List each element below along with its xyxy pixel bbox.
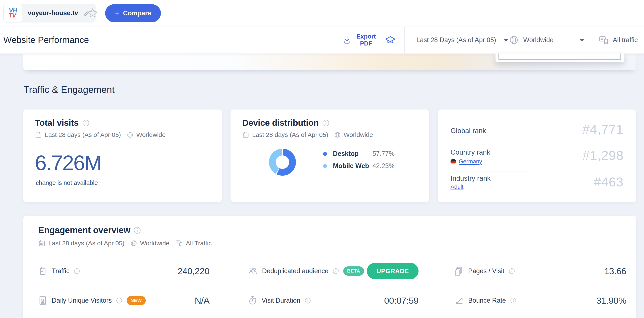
beta-badge: BETA bbox=[343, 266, 364, 276]
pages-per-visit-label: Pages / Visit bbox=[468, 267, 504, 275]
site-favicon: VH TV bbox=[3, 4, 22, 23]
metric-bounce-rate: Bounce Rate 31.90% bbox=[454, 286, 626, 315]
globe-icon bbox=[127, 132, 133, 138]
info-icon[interactable] bbox=[74, 268, 80, 274]
page-title: Website Performance bbox=[3, 27, 89, 54]
plus-icon: + bbox=[115, 10, 119, 17]
mobile-dot bbox=[323, 164, 327, 168]
total-visits-title: Total visits bbox=[35, 118, 79, 128]
divider bbox=[450, 145, 529, 145]
date-range-value: Last 28 Days (As of Apr 05) bbox=[416, 36, 496, 44]
engagement-date: Last 28 days (As of Apr 05) bbox=[48, 240, 124, 247]
mobile-value: 42.23% bbox=[372, 162, 394, 170]
daily-unique-visitors-value: N/A bbox=[195, 295, 210, 306]
info-icon[interactable] bbox=[133, 226, 141, 234]
top-bar: VH TV voyeur-house.tv + Compare bbox=[0, 0, 644, 27]
globe-icon bbox=[130, 240, 137, 247]
academy-cap-icon[interactable] bbox=[385, 35, 396, 46]
metric-traffic: Traffic 240,220 bbox=[38, 256, 210, 286]
site-domain: voyeur-house.tv bbox=[28, 9, 78, 17]
traffic-icon bbox=[38, 266, 48, 276]
geo-value: Worldwide bbox=[523, 36, 554, 44]
upgrade-button[interactable]: UPGRADE bbox=[367, 263, 418, 279]
stopwatch-icon bbox=[248, 296, 258, 305]
country-rank-value: #1,298 bbox=[582, 148, 624, 163]
traffic-label: Traffic bbox=[52, 267, 70, 275]
favorite-star-icon[interactable] bbox=[87, 8, 98, 19]
visit-duration-value: 00:07:59 bbox=[384, 295, 418, 306]
country-link[interactable]: Germany bbox=[459, 158, 482, 165]
metric-deduplicated-audience: Deduplicated audience BETA UPGRADE bbox=[248, 256, 418, 286]
unique-visitors-icon bbox=[38, 296, 48, 305]
metric-visit-duration: Visit Duration 00:07:59 bbox=[248, 286, 418, 315]
device-legend: Desktop 57.77% Mobile Web 42.23% bbox=[323, 150, 394, 170]
industry-rank-value: #463 bbox=[594, 174, 624, 189]
geo-dropdown[interactable]: Worldwide bbox=[501, 27, 592, 54]
engagement-overview-panel: Engagement overview Last 28 days (As of … bbox=[23, 216, 636, 318]
info-icon[interactable] bbox=[322, 119, 330, 127]
global-rank-label: Global rank bbox=[450, 127, 486, 135]
audience-icon bbox=[248, 266, 258, 276]
dropdown-search-input[interactable] bbox=[498, 54, 621, 60]
deduplicated-audience-label: Deduplicated audience bbox=[262, 267, 328, 275]
info-icon[interactable] bbox=[82, 119, 90, 127]
total-visits-note: change is not available bbox=[36, 180, 98, 186]
compare-label: Compare bbox=[123, 10, 151, 17]
calendar-icon bbox=[242, 131, 249, 138]
mobile-label: Mobile Web bbox=[333, 162, 370, 170]
info-icon[interactable] bbox=[508, 268, 515, 274]
engagement-traffic: All Traffic bbox=[186, 240, 212, 247]
country-rank-label: Country rank bbox=[450, 148, 490, 156]
desktop-value: 57.77% bbox=[372, 150, 394, 157]
export-pdf-button[interactable]: Export PDF bbox=[343, 33, 378, 47]
germany-flag-icon bbox=[450, 159, 456, 165]
page-header: Website Performance Export PDF bbox=[0, 27, 644, 54]
pages-per-visit-value: 13.66 bbox=[604, 266, 626, 276]
industry-link-row: Adult bbox=[450, 184, 464, 190]
info-icon[interactable] bbox=[332, 268, 339, 274]
device-donut bbox=[269, 149, 296, 176]
device-distribution-card: Device distribution Last 28 days (As of … bbox=[230, 109, 429, 202]
daily-unique-visitors-label: Daily Unique Visitors bbox=[52, 297, 112, 304]
header-controls: Export PDF Last 28 Days (As of Apr 05) bbox=[337, 27, 644, 54]
device-distribution-date: Last 28 days (As of Apr 05) bbox=[252, 131, 328, 138]
traffic-value: 240,220 bbox=[178, 266, 210, 276]
divider bbox=[450, 171, 529, 172]
bounce-rate-value: 31.90% bbox=[596, 295, 626, 306]
site-selector-pill[interactable]: VH TV voyeur-house.tv bbox=[3, 4, 96, 23]
device-distribution-geo: Worldwide bbox=[344, 131, 373, 138]
globe-icon bbox=[509, 35, 519, 45]
donut-hole bbox=[276, 155, 289, 169]
compare-button[interactable]: + Compare bbox=[105, 4, 161, 22]
total-visits-value: 6.726M bbox=[35, 151, 101, 175]
export-pdf-label: Export PDF bbox=[354, 33, 378, 47]
desktop-label: Desktop bbox=[333, 150, 370, 157]
rank-card: Global rank #4,771 Country rank Germany … bbox=[438, 109, 636, 202]
devices-icon bbox=[175, 239, 183, 247]
info-icon[interactable] bbox=[304, 297, 311, 304]
bounce-rate-icon bbox=[454, 296, 464, 305]
devices-icon bbox=[598, 35, 609, 45]
desktop-dot bbox=[323, 152, 327, 156]
date-range-dropdown[interactable]: Last 28 Days (As of Apr 05) bbox=[404, 27, 501, 54]
info-icon[interactable] bbox=[510, 297, 516, 304]
visit-duration-label: Visit Duration bbox=[262, 297, 300, 304]
info-icon[interactable] bbox=[116, 297, 122, 304]
section-heading: Traffic & Engagement bbox=[24, 84, 114, 95]
device-distribution-title: Device distribution bbox=[242, 118, 319, 128]
engagement-geo: Worldwide bbox=[140, 240, 170, 247]
total-visits-geo: Worldwide bbox=[136, 131, 166, 138]
engagement-title: Engagement overview bbox=[38, 225, 130, 235]
traffic-type-dropdown[interactable]: All traffic bbox=[592, 27, 644, 54]
bounce-rate-label: Bounce Rate bbox=[468, 297, 506, 304]
industry-link[interactable]: Adult bbox=[450, 184, 464, 190]
total-visits-card: Total visits Last 28 days (As of Apr 05)… bbox=[23, 109, 222, 202]
favicon-line2: TV bbox=[8, 13, 16, 18]
industry-rank-label: Industry rank bbox=[450, 174, 491, 182]
global-rank-value: #4,771 bbox=[582, 122, 624, 137]
download-icon bbox=[343, 36, 351, 44]
calendar-icon bbox=[38, 240, 46, 247]
total-visits-date: Last 28 days (As of Apr 05) bbox=[45, 131, 121, 138]
legend-item-mobile: Mobile Web 42.23% bbox=[323, 162, 394, 170]
new-badge: NEW bbox=[126, 296, 146, 305]
